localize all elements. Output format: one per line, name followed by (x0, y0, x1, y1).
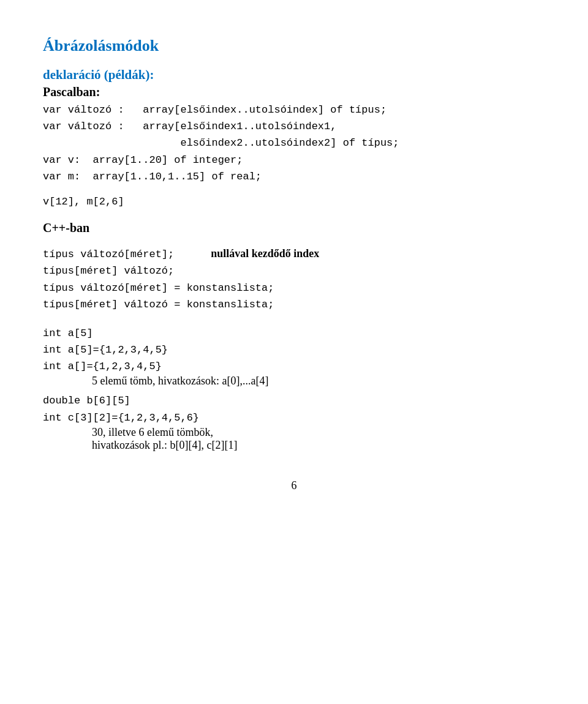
pascal-line-1: var változó : array[elsőindex..utolsóind… (43, 102, 545, 118)
pascal-heading: Pascalban: (43, 85, 545, 99)
cpp-heading: C++-ban (43, 221, 89, 234)
declaration-subtitle: deklaráció (példák): (43, 67, 545, 83)
cpp-line-2: típus[méret] változó; (43, 263, 545, 279)
example-line-3: int a[]={1,2,3,4,5} (43, 358, 545, 375)
cpp-code-1: típus változó[méret]; (43, 246, 174, 263)
example-line-5: int c[3][2]={1,2,3,4,5,6} (43, 410, 545, 426)
cpp-line-3: típus változó[méret] = konstanslista; (43, 280, 545, 296)
cpp-line-4: típus[méret] változó = konstanslista; (43, 296, 545, 313)
page-title: Ábrázolásmódok (43, 37, 545, 55)
pascal-line-6: v[12], m[2,6] (43, 193, 545, 210)
pascal-line-4: var v: array[1..20] of integer; (43, 152, 545, 168)
examples-section: int a[5] int a[5]={1,2,3,4,5} int a[]={1… (43, 325, 545, 452)
pascal-line-2: var változó : array[elsőindex1..utolsóin… (43, 118, 545, 135)
page-number: 6 (292, 479, 297, 492)
example-comment-bc-text-1: 30, illetve 6 elemű tömbök, (92, 426, 213, 438)
example-comment-a: 5 elemű tömb, hivatkozások: a[0],...a[4] (92, 375, 545, 388)
example-comment-a-text: 5 elemű tömb, hivatkozások: a[0],...a[4] (92, 375, 268, 387)
pascal-line-3: elsőindex2..utolsóindex2] of típus; (43, 135, 545, 151)
example-line-4: double b[6][5] (43, 392, 545, 409)
cpp-section: típus változó[méret]; nullával kezdődő i… (43, 245, 545, 313)
example-line-2: int a[5]={1,2,3,4,5} (43, 342, 545, 358)
cpp-comment-1: nullával kezdődő index (211, 245, 319, 263)
cpp-line-1-row: típus változó[méret]; nullával kezdődő i… (43, 245, 545, 263)
example-comment-bc-1: 30, illetve 6 elemű tömbök, (92, 426, 545, 439)
example-comment-bc-text-2: hivatkozások pl.: b[0][4], c[2][1] (92, 439, 237, 451)
example-line-1: int a[5] (43, 325, 545, 342)
pascal-line-5: var m: array[1..10,1..15] of real; (43, 168, 545, 185)
pascal-section: var változó : array[elsőindex..utolsóind… (43, 102, 545, 210)
example-comment-bc-2: hivatkozások pl.: b[0][4], c[2][1] (92, 439, 545, 452)
